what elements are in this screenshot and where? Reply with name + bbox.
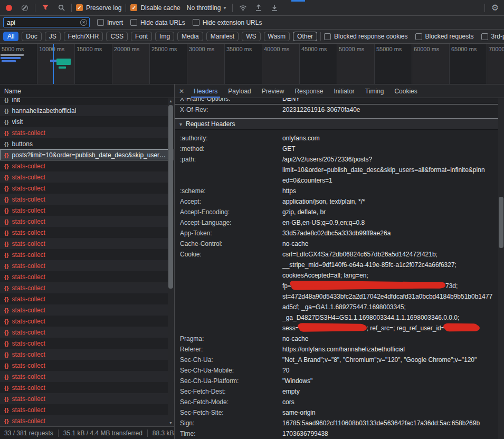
toolbar-divider — [71, 4, 72, 12]
import-har-button[interactable] — [253, 2, 264, 14]
request-row[interactable]: {}stats-collect — [0, 260, 174, 271]
request-row[interactable]: {}stats-collect — [0, 127, 174, 138]
request-row[interactable]: {}stats-collect — [0, 205, 174, 216]
json-icon: {} — [4, 174, 9, 180]
hide-data-urls-checkbox[interactable]: Hide data URLs — [130, 19, 185, 26]
request-row[interactable]: {}stats-collect — [0, 183, 174, 194]
request-row[interactable]: {}posts?limit=10&order=publish_date_desc… — [0, 149, 174, 160]
request-list-scrollbar[interactable]: ▲ ▼ — [168, 98, 174, 426]
request-row[interactable]: {}stats-collect — [0, 316, 174, 327]
scroll-up-icon[interactable]: ▲ — [169, 98, 173, 104]
filter-chip-doc[interactable]: Doc — [22, 32, 41, 41]
tab-cookies[interactable]: Cookies — [389, 84, 422, 98]
hide-extension-urls-checkbox[interactable]: Hide extension URLs — [193, 19, 262, 26]
clear-filter-icon[interactable]: ✕ — [80, 19, 87, 26]
filter-input[interactable]: api ✕ — [3, 17, 90, 27]
filter-chip-css[interactable]: CSS — [106, 32, 128, 41]
header-value: "Windows" — [282, 376, 498, 386]
tab-preview[interactable]: Preview — [256, 84, 290, 98]
header-row: Time:1703636799438 — [175, 428, 498, 439]
tab-initiator[interactable]: Initiator — [328, 84, 359, 98]
waterfall-bar — [59, 66, 66, 69]
filter-toolbar: api ✕ Invert Hide data URLs Hide extensi… — [0, 16, 504, 30]
filter-chip-fetch-xhr[interactable]: Fetch/XHR — [64, 32, 103, 41]
json-icon: {} — [4, 351, 9, 358]
close-icon[interactable]: ✕ — [175, 84, 188, 98]
json-icon: {} — [4, 185, 9, 192]
tab-headers[interactable]: Headers — [188, 84, 223, 98]
request-name: buttons — [12, 140, 33, 148]
request-row[interactable]: {}visit — [0, 116, 174, 127]
request-row[interactable]: {}stats-collect — [0, 160, 174, 171]
tab-timing[interactable]: Timing — [360, 84, 389, 98]
scroll-down-icon[interactable]: ▼ — [169, 420, 173, 426]
request-row[interactable]: {}hannahelizabethofficial — [0, 105, 174, 116]
checkbox-3rd-party-requests[interactable]: 3rd-party requests — [481, 33, 504, 40]
request-row[interactable]: {}stats-collect — [0, 238, 174, 249]
search-button[interactable] — [55, 2, 67, 14]
value-text: 73d; — [445, 282, 458, 290]
request-row[interactable]: {}stats-collect — [0, 393, 174, 404]
invert-checkbox[interactable]: Invert — [97, 19, 123, 26]
request-name: stats-collect — [12, 406, 45, 414]
network-toolbar: ✓ Preserve log ✓ Disable cache No thrott… — [0, 0, 504, 16]
timeline-overview-strip[interactable]: 5000 ms10000 ms15000 ms20000 ms25000 ms3… — [0, 44, 504, 84]
throttling-dropdown[interactable]: No throttling ▾ — [185, 3, 229, 13]
header-value: same-origin — [282, 407, 498, 418]
filter-toggle-button[interactable] — [40, 2, 51, 14]
filter-chip-font[interactable]: Font — [131, 32, 152, 41]
request-row[interactable]: {}stats-collect — [0, 282, 174, 293]
details-scrollbar[interactable] — [498, 98, 504, 439]
json-icon: {} — [4, 340, 9, 347]
request-row[interactable]: {}stats-collect — [0, 227, 174, 238]
scrollbar-thumb[interactable] — [499, 197, 503, 248]
request-row[interactable]: {}stats-collect — [0, 338, 174, 349]
request-row[interactable]: {}stats-collect — [0, 415, 174, 426]
filter-chip-ws[interactable]: WS — [242, 32, 260, 41]
section-header-request-headers[interactable]: ▾Request Headers — [175, 118, 498, 130]
json-icon: {} — [4, 396, 9, 402]
filter-chip-media[interactable]: Media — [177, 32, 203, 41]
request-row[interactable]: {}init — [0, 98, 174, 105]
request-row[interactable]: {}stats-collect — [0, 271, 174, 282]
request-row[interactable]: {}stats-collect — [0, 371, 174, 382]
filter-chip-wasm[interactable]: Wasm — [264, 32, 290, 41]
name-column-header[interactable]: Name — [0, 84, 174, 98]
checkbox-box — [324, 33, 331, 40]
filter-chip-other[interactable]: Other — [293, 32, 317, 41]
resource-type-toolbar: AllDocJSFetch/XHRCSSFontImgMediaManifest… — [0, 30, 504, 44]
request-row[interactable]: {}stats-collect — [0, 171, 174, 183]
request-row[interactable]: {}stats-collect — [0, 304, 174, 316]
tab-payload[interactable]: Payload — [223, 84, 256, 98]
clear-button[interactable] — [19, 2, 31, 14]
record-button[interactable] — [3, 2, 15, 14]
request-name: stats-collect — [12, 196, 45, 203]
disable-cache-checkbox[interactable]: ✓ Disable cache — [130, 4, 180, 11]
filter-chip-manifest[interactable]: Manifest — [206, 32, 239, 41]
scrollbar-thumb[interactable] — [168, 105, 173, 289]
request-name: hannahelizabethofficial — [12, 107, 77, 114]
header-name: :method: — [175, 144, 282, 154]
request-row[interactable]: {}stats-collect — [0, 216, 174, 227]
settings-button[interactable]: ⚙ — [489, 2, 501, 14]
request-row[interactable]: {}stats-collect — [0, 349, 174, 360]
request-row[interactable]: {}stats-collect — [0, 382, 174, 393]
request-row[interactable]: {}stats-collect — [0, 194, 174, 205]
network-conditions-button[interactable] — [237, 2, 249, 14]
request-row[interactable]: {}stats-collect — [0, 404, 174, 415]
checkbox-blocked-requests[interactable]: Blocked requests — [415, 33, 474, 40]
checkbox-blocked-response-cookies[interactable]: Blocked response cookies — [324, 33, 407, 40]
request-row[interactable]: {}stats-collect — [0, 360, 174, 371]
filter-chip-img[interactable]: Img — [155, 32, 174, 41]
detail-tabbar: ✕ HeadersPayloadPreviewResponseInitiator… — [175, 84, 504, 98]
export-har-button[interactable] — [269, 2, 280, 14]
preserve-log-checkbox[interactable]: ✓ Preserve log — [76, 4, 121, 11]
request-row[interactable]: {}stats-collect — [0, 249, 174, 260]
request-row[interactable]: {}stats-collect — [0, 327, 174, 338]
request-row[interactable]: {}stats-collect — [0, 293, 174, 304]
filter-chip-all[interactable]: All — [3, 32, 18, 41]
filter-chip-js[interactable]: JS — [45, 32, 61, 41]
advanced-filter-checkboxes: Blocked response cookiesBlocked requests… — [324, 33, 504, 40]
request-row[interactable]: {}buttons — [0, 138, 174, 149]
tab-response[interactable]: Response — [289, 84, 328, 98]
